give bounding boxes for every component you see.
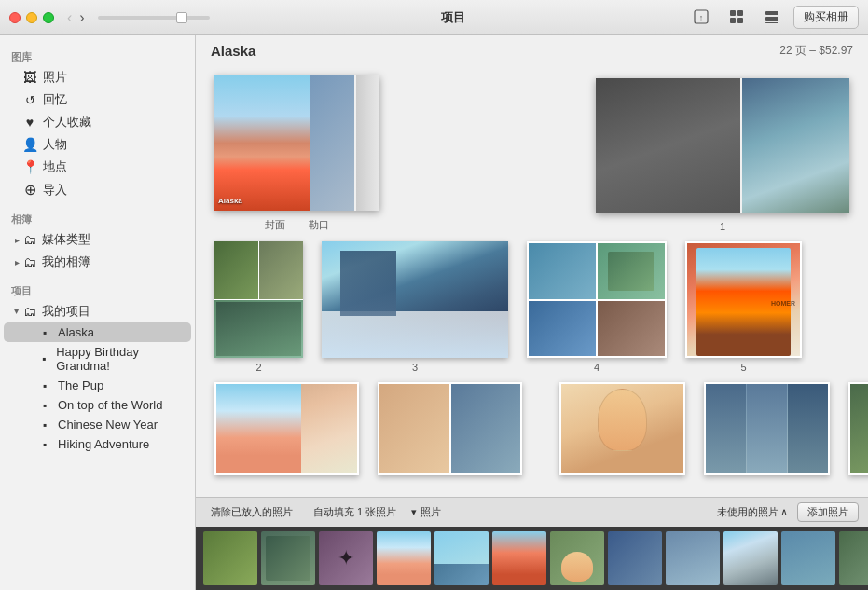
book-icon-hiking: ▪ <box>37 438 52 451</box>
sidebar-item-on-top[interactable]: ▪ On top of the World <box>4 395 191 415</box>
back-button[interactable]: ‹ <box>63 9 76 26</box>
bottom-toolbar: 清除已放入的照片 自动填充 1 张照片 ▾ 照片 未使用的照片 ∧ 添加照片 <box>196 497 868 527</box>
sidebar-item-hiking[interactable]: ▪ Hiking Adventure <box>4 434 191 454</box>
pin-icon: 📍 <box>22 159 37 174</box>
grid-row-1: Alaska 封面 勒口 <box>214 75 849 232</box>
window-title: 项目 <box>219 9 687 26</box>
book-icon-top: ▪ <box>37 399 52 412</box>
library-section-title: 图库 <box>0 45 195 66</box>
page-item-10[interactable]: ✦ <box>848 382 868 475</box>
import-icon: ⊕ <box>22 181 37 199</box>
svg-text:↑: ↑ <box>699 13 704 22</box>
sidebar-item-places[interactable]: 📍 地点 <box>4 156 191 178</box>
view2-button[interactable] <box>758 6 786 29</box>
photo-source-selector[interactable]: ▾ 照片 <box>411 505 441 519</box>
sidebar-item-memories[interactable]: ↺ 回忆 <box>4 89 191 111</box>
sidebar-item-favorites[interactable]: ♥ 个人收藏 <box>4 111 191 133</box>
buy-photobook-button[interactable]: 购买相册 <box>793 6 859 29</box>
album-name: Alaska <box>211 43 255 59</box>
strip-photo-11[interactable] <box>781 531 835 585</box>
strip-photo-12[interactable] <box>839 531 868 585</box>
flap-label: 勒口 <box>309 218 329 232</box>
photo-grid[interactable]: Alaska 封面 勒口 <box>196 66 868 497</box>
export-button[interactable]: ↑ <box>687 6 715 29</box>
sidebar-item-media-types[interactable]: ▸ 🗂 媒体类型 <box>4 228 191 251</box>
svg-rect-4 <box>730 18 736 23</box>
svg-rect-5 <box>737 18 743 23</box>
strip-photo-2[interactable] <box>261 531 315 585</box>
unused-photos-dropdown[interactable]: 未使用的照片 ∧ <box>717 505 788 519</box>
sidebar-item-photos[interactable]: 🖼 照片 <box>4 66 191 89</box>
title-bar: ‹ › 项目 ↑ 购买相册 <box>0 0 868 35</box>
content-header: Alaska 22 页 – $52.97 <box>196 35 868 66</box>
sidebar-item-my-projects[interactable]: ▸ 🗂 我的项目 <box>4 300 191 322</box>
chevron-down-icon: ▾ <box>411 506 417 518</box>
sidebar-item-happy-birthday[interactable]: ▪ Happy Birthday Grandma! <box>4 342 191 376</box>
page5-label: 5 <box>740 362 746 373</box>
svg-rect-2 <box>730 10 736 16</box>
folder-icon-albums: 🗂 <box>23 254 36 269</box>
sidebar-item-people[interactable]: 👤 人物 <box>4 133 191 156</box>
page-item-8[interactable] <box>559 382 685 475</box>
strip-photo-6[interactable] <box>492 531 546 585</box>
strip-photo-3[interactable]: ✦ <box>319 531 373 585</box>
svg-rect-3 <box>737 10 743 16</box>
page-item-2[interactable]: 2 <box>214 241 303 373</box>
clear-photos-button[interactable]: 清除已放入的照片 <box>205 503 298 521</box>
sidebar-item-alaska[interactable]: ▪ Alaska <box>4 322 191 342</box>
minimize-button[interactable] <box>26 12 37 23</box>
chevron-up-icon: ∧ <box>780 506 788 518</box>
page-item-4[interactable]: 4 <box>527 241 667 373</box>
folder-icon-projects: 🗂 <box>23 304 36 319</box>
page-item-cover[interactable]: Alaska 封面 勒口 <box>214 75 379 232</box>
page-item-1[interactable]: 1 <box>596 78 849 232</box>
expand-arrow-projects: ▸ <box>12 309 22 314</box>
heart-icon: ♥ <box>22 115 37 130</box>
page-meta: 22 页 – $52.97 <box>779 43 853 59</box>
page-item-3[interactable]: 3 <box>322 241 508 373</box>
strip-photo-4[interactable] <box>377 531 431 585</box>
page2-label: 2 <box>255 362 261 373</box>
strip-photo-8[interactable] <box>608 531 662 585</box>
cover-label: 封面 <box>265 218 285 232</box>
photo-strip[interactable]: ✦ <box>196 527 868 590</box>
traffic-lights <box>9 12 54 23</box>
expand-arrow-media: ▸ <box>15 235 20 245</box>
page1-label: 1 <box>720 221 725 232</box>
strip-photo-5[interactable] <box>434 531 489 585</box>
strip-photo-10[interactable] <box>723 531 778 585</box>
app-body: 图库 🖼 照片 ↺ 回忆 ♥ 个人收藏 👤 人物 📍 地点 ⊕ 导入 相簿 ▸ … <box>0 35 868 590</box>
view1-button[interactable] <box>723 6 751 29</box>
strip-photo-1[interactable] <box>203 531 257 585</box>
svg-rect-8 <box>765 22 778 23</box>
sidebar-item-imports[interactable]: ⊕ 导入 <box>4 178 191 201</box>
strip-photo-7[interactable] <box>550 531 604 585</box>
sidebar-item-my-albums[interactable]: ▸ 🗂 我的相簿 <box>4 251 191 273</box>
grid-row-2: 2 3 <box>214 241 849 373</box>
sidebar-item-the-pup[interactable]: ▪ The Pup <box>4 376 191 395</box>
book-icon-alaska: ▪ <box>37 326 52 339</box>
page-item-7[interactable] <box>378 382 522 475</box>
photos-icon: 🖼 <box>22 70 37 85</box>
auto-fill-button[interactable]: 自动填充 1 张照片 <box>308 503 402 521</box>
grid-row-3: ✦ <box>214 382 849 475</box>
expand-arrow-albums: ▸ <box>15 257 20 268</box>
page-item-5[interactable]: HOMER 5 <box>685 241 802 373</box>
strip-photo-9[interactable] <box>666 531 720 585</box>
memories-icon: ↺ <box>22 93 37 107</box>
page3-label: 3 <box>412 362 418 373</box>
book-icon-pup: ▪ <box>37 379 52 392</box>
forward-button[interactable]: › <box>76 9 88 26</box>
maximize-button[interactable] <box>43 12 54 23</box>
content-area: Alaska 22 页 – $52.97 <box>196 35 868 590</box>
zoom-slider[interactable] <box>98 16 210 20</box>
close-button[interactable] <box>9 12 21 23</box>
toolbar-right: 未使用的照片 ∧ 添加照片 <box>717 502 859 522</box>
add-photos-button[interactable]: 添加照片 <box>797 502 859 522</box>
sidebar: 图库 🖼 照片 ↺ 回忆 ♥ 个人收藏 👤 人物 📍 地点 ⊕ 导入 相簿 ▸ … <box>0 35 196 590</box>
albums-section-title: 相簿 <box>0 207 195 228</box>
sidebar-item-chinese-new[interactable]: ▪ Chinese New Year <box>4 415 191 434</box>
page-item-6[interactable] <box>214 382 359 475</box>
page-item-9[interactable] <box>704 382 830 475</box>
folder-icon-media: 🗂 <box>23 232 36 247</box>
